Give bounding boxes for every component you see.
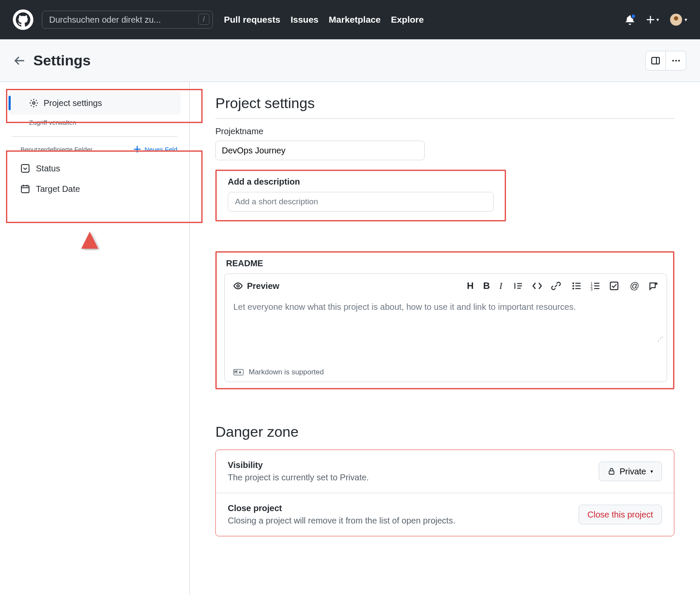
svg-rect-27 [594,283,599,284]
panel-toggle-button[interactable] [645,51,666,71]
readme-editor: Preview H B I [224,274,667,382]
notifications-icon[interactable] [625,15,635,25]
nav-issues[interactable]: Issues [291,15,318,25]
caret-down-square-icon [21,164,30,173]
project-name-input[interactable] [215,141,425,160]
mention-icon[interactable]: @ [630,280,639,291]
svg-rect-0 [652,57,659,64]
sidebar: Project settings Zugriff verwalten Benut… [0,82,190,595]
svg-rect-21 [575,283,580,284]
svg-point-5 [32,102,35,104]
nav-marketplace[interactable]: Marketplace [329,15,380,25]
svg-point-4 [678,59,679,61]
svg-marker-12 [81,232,98,249]
visibility-button-label: Private [620,467,646,476]
project-name-label: Projektname [215,126,674,136]
visibility-desc: The project is currently set to Private. [228,473,369,482]
heading-icon[interactable]: H [467,280,474,291]
svg-rect-32 [609,471,614,474]
readme-textarea[interactable] [225,298,667,361]
close-project-row: Close project Closing a project will rem… [216,493,674,536]
description-label: Add a description [228,177,494,187]
readme-section: README Preview H B I [215,251,674,389]
back-arrow-icon[interactable] [14,55,26,67]
page-subheader: Settings [0,39,700,82]
divider [12,136,177,137]
ordered-list-icon[interactable]: 123 [591,281,600,291]
task-list-icon[interactable] [609,281,619,291]
preview-label: Preview [247,281,279,291]
close-desc: Closing a project will remove it from th… [228,516,455,526]
project-settings-title: Project settings [215,95,674,112]
search-input[interactable] [42,11,213,29]
description-input[interactable] [228,192,494,212]
svg-rect-28 [594,285,599,286]
preview-button[interactable]: Preview [233,281,279,291]
readme-footer: Markdown is supported [225,363,667,382]
danger-zone-title: Danger zone [215,424,674,440]
svg-point-19 [572,285,574,287]
sidebar-custom-fields-header: Benutzerdefinierte Felder Neues Feld [0,140,189,158]
custom-fields-label: Benutzerdefinierte Felder [21,146,92,153]
svg-point-3 [675,59,676,61]
caret-down-icon: ▾ [656,17,659,23]
visibility-title: Visibility [228,460,369,470]
svg-point-18 [572,282,574,284]
eye-icon [233,281,243,291]
search-box: / [42,11,213,29]
unread-dot [631,14,636,19]
github-logo[interactable] [13,9,33,30]
new-field-button[interactable]: Neues Feld [133,145,177,153]
link-icon[interactable] [551,281,561,291]
svg-rect-22 [575,285,580,286]
sidebar-label: Project settings [44,98,102,108]
close-button-label: Close this project [588,510,653,520]
lock-icon [608,468,615,475]
description-section: Add a description [215,170,506,221]
svg-point-13 [237,285,239,287]
svg-rect-30 [610,282,618,290]
readme-toolbar: Preview H B I [225,274,667,298]
readme-title: README [224,259,667,268]
resize-handle-icon[interactable]: ⋰ [657,335,663,342]
visibility-button[interactable]: Private ▾ [599,462,662,481]
nav-pull-requests[interactable]: Pull requests [224,15,280,25]
header-right: ▾ ▾ [625,14,687,26]
field-label: Target Date [36,184,80,194]
unordered-list-icon[interactable] [572,281,581,291]
svg-rect-6 [21,165,29,172]
close-project-button[interactable]: Close this project [579,505,662,524]
visibility-row: Visibility The project is currently set … [216,450,674,493]
svg-rect-7 [21,185,29,193]
code-icon[interactable] [532,281,542,291]
nav-explore[interactable]: Explore [391,15,424,25]
create-new-dropdown[interactable]: ▾ [646,15,659,24]
close-title: Close project [228,503,455,513]
calendar-icon [21,184,30,194]
field-target-date[interactable]: Target Date [0,179,189,199]
sidebar-item-project-settings[interactable]: Project settings [9,91,181,115]
bold-icon[interactable]: B [483,280,490,291]
plus-icon [133,145,141,153]
svg-rect-29 [594,288,599,289]
sidebar-item-manage-access[interactable]: Zugriff verwalten [9,116,181,133]
quote-icon[interactable] [514,281,523,291]
more-actions-button[interactable] [666,51,686,71]
divider [215,118,674,119]
page-title: Settings [33,52,91,69]
cross-reference-icon[interactable] [649,281,658,291]
svg-rect-23 [575,288,580,289]
new-field-label: Neues Feld [144,146,177,153]
caret-down-icon: ▾ [685,17,687,23]
italic-icon[interactable]: I [499,280,502,291]
svg-point-2 [672,59,674,61]
field-label: Status [36,164,60,174]
svg-text:3: 3 [591,288,593,291]
field-status[interactable]: Status [0,158,189,179]
danger-zone-box: Visibility The project is currently set … [215,450,674,536]
annotation-arrow [68,227,107,338]
avatar [670,14,682,26]
user-menu[interactable]: ▾ [670,14,687,26]
caret-down-icon: ▾ [650,468,653,474]
global-header: / Pull requests Issues Marketplace Explo… [0,0,700,39]
